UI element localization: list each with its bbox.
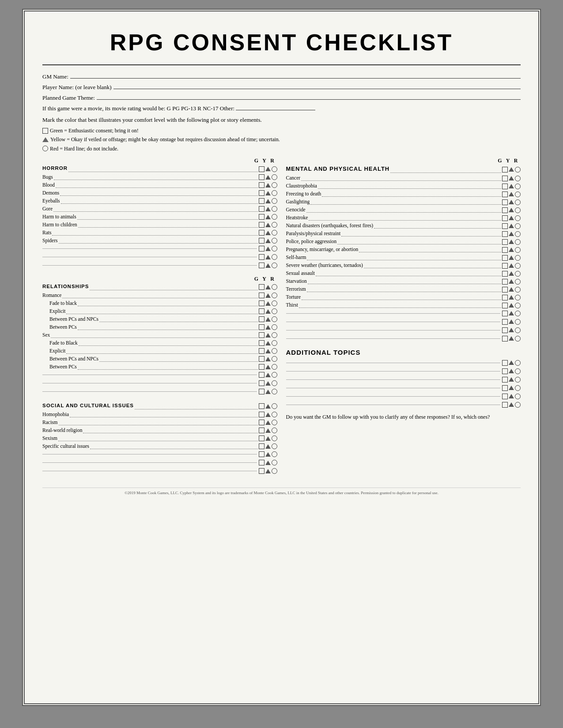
blank-row <box>42 388 277 396</box>
list-item: Freezing to death <box>286 190 521 198</box>
horror-circle[interactable] <box>272 166 277 172</box>
blank-row <box>286 384 521 392</box>
instructions: Mark the color that best illustrates you… <box>42 116 521 124</box>
harm-animals-checkbox[interactable] <box>259 214 264 220</box>
horror-triangle[interactable] <box>265 167 271 171</box>
spiders-circle[interactable] <box>272 238 277 244</box>
list-item: Paralysis/physical restraint <box>286 230 521 238</box>
blank-row <box>42 459 277 467</box>
blank-row <box>42 450 277 458</box>
blank-cb[interactable] <box>259 263 264 268</box>
player-name-input[interactable] <box>113 89 521 89</box>
blank-row <box>42 253 277 261</box>
harm-children-triangle[interactable] <box>265 223 271 227</box>
blank-tri[interactable] <box>265 247 271 251</box>
demons-checkbox[interactable] <box>259 190 264 196</box>
rel-circle[interactable] <box>272 284 277 290</box>
eyeballs-circle[interactable] <box>272 198 277 204</box>
social-header-row: SOCIAL AND CULTURAL ISSUES <box>42 402 277 411</box>
bugs-checkbox[interactable] <box>259 174 264 180</box>
mental-header: MENTAL AND PHYSICAL HEALTH <box>286 165 390 173</box>
game-theme-input[interactable] <box>97 99 521 100</box>
player-name-line: Player Name: (or leave blank) <box>42 84 521 91</box>
gore-circle[interactable] <box>272 206 277 212</box>
horror-header-controls <box>259 166 277 172</box>
blank-row <box>42 379 277 387</box>
spiders-triangle[interactable] <box>265 239 271 243</box>
blank-cb[interactable] <box>259 254 264 260</box>
list-item: Homophobia <box>42 411 277 419</box>
blank-cb[interactable] <box>259 246 264 251</box>
relationships-header: RELATIONSHIPS <box>42 283 89 291</box>
demons-triangle[interactable] <box>265 191 271 195</box>
additional-header: ADDITIONAL TOPICS <box>286 349 521 356</box>
main-columns: G Y R HORROR Bug <box>42 158 521 481</box>
mental-section: G Y R MENTAL AND PHYSICAL HEALTH Cancer <box>286 158 521 342</box>
blank-tri[interactable] <box>265 263 271 268</box>
blank-circle[interactable] <box>272 254 277 260</box>
list-item: Eyeballs <box>42 197 277 205</box>
blood-circle[interactable] <box>272 182 277 188</box>
list-item: Harm to animals <box>42 213 277 221</box>
harm-animals-triangle[interactable] <box>265 215 271 219</box>
spiders-checkbox[interactable] <box>259 238 264 244</box>
eyeballs-checkbox[interactable] <box>259 198 264 204</box>
blank-circle[interactable] <box>272 263 277 268</box>
horror-col-headers: G Y R <box>42 158 277 164</box>
blood-triangle[interactable] <box>265 183 271 188</box>
blank-circle[interactable] <box>272 246 277 251</box>
list-item: Rats <box>42 229 277 237</box>
rating-input[interactable] <box>236 110 315 110</box>
gm-name-input[interactable] <box>70 78 521 79</box>
harm-children-checkbox[interactable] <box>259 222 264 228</box>
list-item: Explicit <box>42 347 277 355</box>
list-item: Between PCs and NPCs <box>42 355 277 363</box>
list-item: Genocide <box>286 206 521 214</box>
blank-row <box>286 367 521 375</box>
list-item: Between PCs <box>42 323 277 331</box>
gore-triangle[interactable] <box>265 207 271 211</box>
horror-checkbox[interactable] <box>259 166 264 172</box>
list-item: Sexism <box>42 435 277 443</box>
list-item: Sexual assault <box>286 270 521 278</box>
rats-checkbox[interactable] <box>259 230 264 236</box>
blank-row <box>286 334 521 342</box>
list-item: Harm to children <box>42 221 277 229</box>
list-item: Racism <box>42 419 277 427</box>
demons-circle[interactable] <box>272 190 277 196</box>
blank-row <box>42 262 277 270</box>
eyeballs-triangle[interactable] <box>265 199 271 203</box>
harm-children-circle[interactable] <box>272 222 277 228</box>
list-item: Terrorism <box>286 285 521 293</box>
list-item: Explicit <box>42 308 277 315</box>
list-item: Sex <box>42 331 277 339</box>
list-item: Specific cultural issues <box>42 443 277 450</box>
list-item: Police, police aggression <box>286 238 521 246</box>
rats-triangle[interactable] <box>265 231 271 235</box>
list-item: Between PCs <box>42 363 277 371</box>
list-item: Natural disasters (earthquakes, forest f… <box>286 222 521 230</box>
rel-triangle[interactable] <box>265 285 271 289</box>
bugs-circle[interactable] <box>272 174 277 180</box>
relationships-section: G Y R RELATIONSHIPS Romance Fade to b <box>42 276 277 396</box>
list-item: Severe weather (hurricanes, tornados) <box>286 262 521 270</box>
rel-checkbox[interactable] <box>259 284 264 290</box>
page: RPG CONSENT CHECKLIST GM Name: Player Na… <box>22 9 541 706</box>
social-section: SOCIAL AND CULTURAL ISSUES Homophobia Ra… <box>42 402 277 475</box>
mental-header-row: MENTAL AND PHYSICAL HEALTH <box>286 165 521 174</box>
blank-row <box>286 326 521 334</box>
blank-row <box>286 318 521 326</box>
list-item: Cancer <box>286 174 521 182</box>
blank-tri[interactable] <box>265 255 271 259</box>
list-item: Between PCs and NPCs <box>42 315 277 323</box>
blood-checkbox[interactable] <box>259 182 264 188</box>
blank-row <box>42 245 277 253</box>
bugs-triangle[interactable] <box>265 175 271 180</box>
gore-checkbox[interactable] <box>259 206 264 212</box>
harm-animals-circle[interactable] <box>272 214 277 220</box>
player-name-label: Player Name: (or leave blank) <box>42 84 112 91</box>
gm-name-line: GM Name: <box>42 73 521 80</box>
legend-yellow: Yellow = Okay if veiled or offstage; mig… <box>42 135 521 144</box>
rats-circle[interactable] <box>272 230 277 236</box>
blank-row <box>286 375 521 383</box>
